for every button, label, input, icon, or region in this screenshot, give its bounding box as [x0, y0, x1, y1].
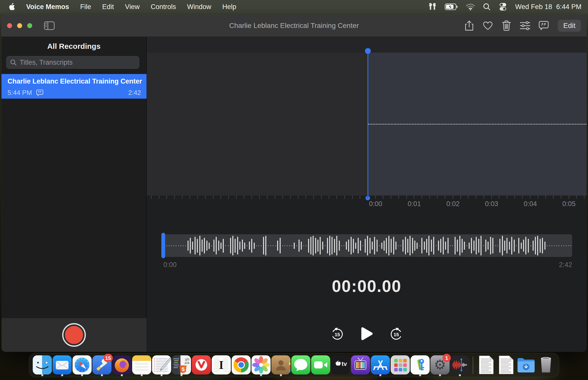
dock-item-document-1[interactable] [476, 353, 496, 377]
dock-item-system-settings[interactable]: ⚙1 [430, 353, 450, 377]
dock-item-passwords[interactable] [410, 353, 430, 377]
waveform-bar [241, 234, 243, 257]
axis-tick [391, 196, 391, 199]
dock-item-apple-tv[interactable]: tv [330, 353, 350, 377]
toggle-sidebar-icon[interactable] [44, 20, 55, 31]
axis-tick [190, 196, 190, 199]
menu-window[interactable]: Window [187, 3, 211, 11]
svg-text:ght: ght [185, 357, 190, 361]
dock-item-app-store[interactable] [370, 353, 390, 377]
dock-item-document-2[interactable] [496, 353, 516, 377]
waveform-bar [364, 234, 366, 257]
waveform-bar [421, 234, 423, 257]
axis-tick [197, 196, 198, 199]
dock-item-safari[interactable] [72, 353, 92, 377]
recording-list-item-selected[interactable]: Charlie Leblanc Electrical Training Cent… [2, 74, 146, 99]
axis-tick [561, 196, 561, 199]
control-center-icon[interactable] [499, 3, 507, 11]
menu-controls[interactable]: Controls [151, 3, 176, 11]
menu-help[interactable]: Help [222, 3, 236, 11]
waveform-bar [307, 234, 310, 257]
record-button[interactable] [62, 323, 86, 347]
detail-silence-line [368, 124, 586, 125]
detail-waveform-area-before[interactable] [147, 53, 368, 196]
waveform-silence-dot [362, 234, 364, 257]
dock-item-trash[interactable] [536, 353, 556, 377]
waveform-bar [350, 234, 352, 257]
waveform-silence-dot [303, 234, 305, 257]
menu-app-name[interactable]: Voice Memos [26, 3, 69, 11]
dock-item-reader[interactable]: I [211, 353, 231, 377]
dock-item-facetime[interactable] [311, 353, 330, 377]
favorite-heart-icon[interactable] [482, 20, 493, 31]
menu-bar: Voice Memos FileEditViewControlsWindowHe… [0, 0, 588, 14]
axis-tick [383, 196, 383, 199]
dock-item-mail[interactable] [52, 353, 72, 377]
play-button[interactable] [359, 326, 374, 341]
minimize-window-button[interactable] [17, 23, 22, 28]
apple-menu-icon[interactable] [9, 3, 15, 11]
skip-back-15-button[interactable]: 15 [331, 327, 344, 340]
dock-item-firefox[interactable] [112, 353, 132, 377]
playback-settings-sliders-icon[interactable] [520, 20, 531, 31]
passwords-icon [411, 355, 430, 374]
dock-item-chrome[interactable] [231, 353, 251, 377]
waveform-bar [217, 234, 220, 257]
app-store-icon [371, 355, 390, 374]
spotlight-search-icon[interactable] [483, 3, 491, 11]
dock-item-tv-app[interactable] [350, 353, 370, 377]
search-field[interactable] [6, 56, 139, 69]
window-controls [2, 23, 32, 28]
menubar-clock[interactable]: Wed Feb 18 6:44 PM [515, 3, 581, 11]
playback-controls: 15 15 [147, 326, 586, 341]
delete-trash-icon[interactable] [501, 20, 512, 31]
dock-item-photos[interactable] [251, 353, 271, 377]
wifi-icon[interactable] [466, 3, 475, 10]
dock-item-notes[interactable] [132, 353, 152, 377]
waveform-silence-dot [260, 234, 262, 257]
close-window-button[interactable] [7, 23, 12, 28]
sidebar: All Recordings Charlie Leblanc Electrica… [2, 37, 146, 352]
axis-tick [453, 196, 453, 199]
waveform-silence-dot [182, 234, 184, 257]
safari-icon [72, 355, 92, 374]
menu-view[interactable]: View [125, 3, 140, 11]
dock-item-launchpad[interactable] [390, 353, 410, 377]
menu-file[interactable]: File [80, 3, 91, 11]
downloads-icon [517, 355, 536, 374]
edit-button[interactable]: Edit [558, 20, 581, 32]
share-icon[interactable] [464, 20, 475, 31]
search-input[interactable] [20, 59, 135, 66]
waveform-bar [520, 234, 522, 257]
battery-charging-icon[interactable] [445, 4, 458, 10]
airpods-status-icon[interactable] [428, 3, 437, 11]
waveform-bar [532, 234, 534, 257]
waveform-bar [501, 234, 503, 257]
dock-item-contacts[interactable] [271, 353, 291, 377]
overview-playhead[interactable] [161, 233, 165, 258]
detail-playhead[interactable] [368, 51, 368, 198]
waveform-bar [203, 234, 206, 257]
zoom-window-button[interactable] [27, 23, 32, 28]
dock-item-textedit[interactable] [152, 353, 171, 377]
dock-item-vivaldi[interactable] [191, 353, 211, 377]
html-editor-icon: ghtank5 [172, 355, 191, 374]
waveform-silence-dot [553, 234, 555, 257]
waveform-bar [232, 234, 234, 257]
dock-item-messages[interactable] [291, 353, 311, 377]
reader-icon: I [212, 355, 231, 374]
dock-item-satellite-app[interactable]: 15 [92, 353, 112, 377]
dock-item-finder[interactable] [32, 353, 52, 377]
skip-forward-15-button[interactable]: 15 [390, 327, 403, 340]
dock-item-downloads[interactable] [516, 353, 536, 377]
dock-item-voice-memos[interactable] [450, 353, 470, 377]
waveform-bar [253, 234, 255, 257]
dock-item-html-editor[interactable]: ghtank5 [171, 353, 191, 377]
waveform-bar [336, 234, 338, 257]
axis-tick [406, 196, 407, 199]
menu-edit[interactable]: Edit [102, 3, 114, 11]
transcript-icon[interactable] [538, 20, 549, 31]
playhead-top-dot[interactable] [365, 48, 371, 54]
axis-label-0:05: 0:05 [562, 200, 576, 208]
overview-waveform-strip[interactable] [163, 234, 572, 257]
